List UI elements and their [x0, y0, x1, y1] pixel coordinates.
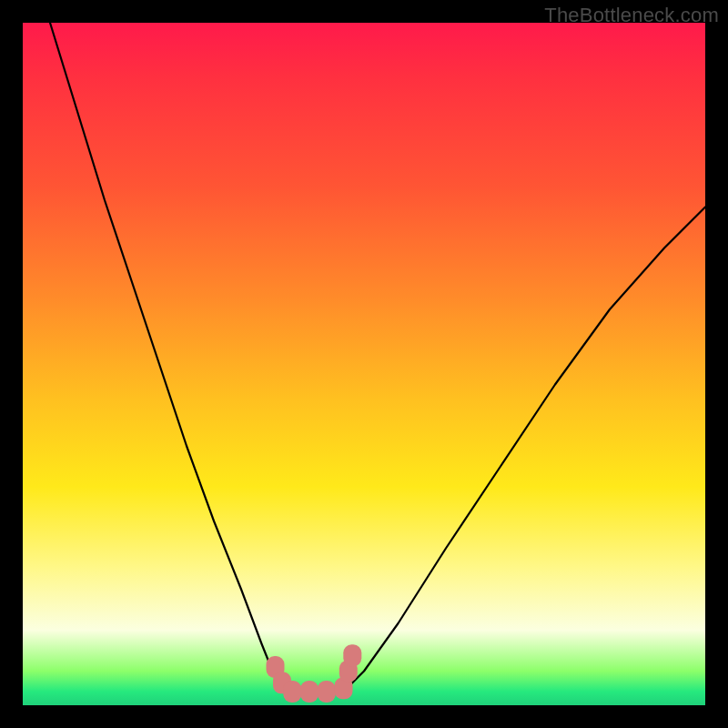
chart-lines	[50, 23, 705, 692]
valley-marker	[343, 644, 361, 666]
valley-marker	[283, 681, 301, 703]
main-curve	[50, 23, 705, 692]
valley-marker	[318, 681, 336, 703]
chart-frame: TheBottleneck.com	[0, 0, 728, 728]
chart-valley-markers	[267, 644, 362, 703]
valley-marker	[300, 681, 318, 703]
chart-svg	[23, 23, 705, 705]
watermark-text: TheBottleneck.com	[544, 4, 719, 27]
